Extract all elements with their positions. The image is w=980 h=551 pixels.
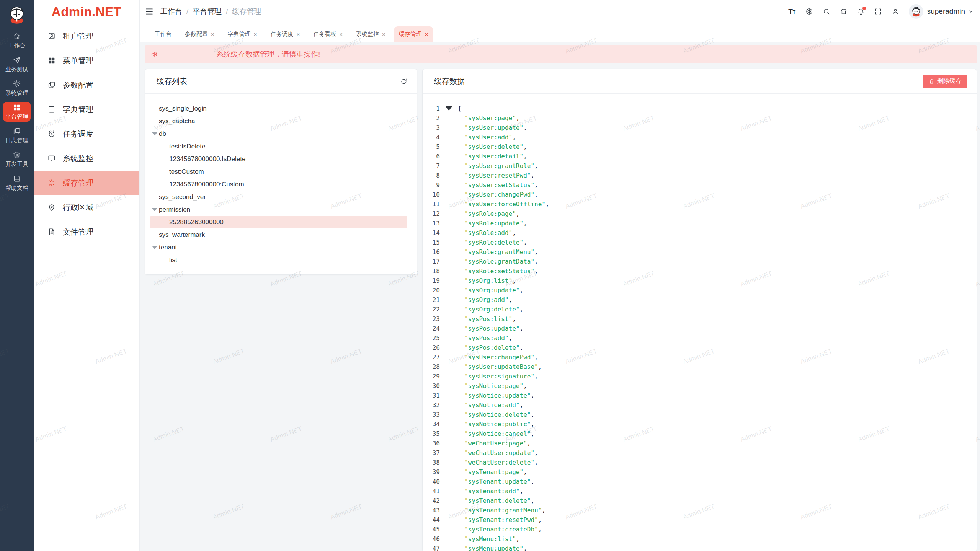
editor-line: 29"sysUser:signature", xyxy=(423,372,977,381)
line-number: 6 xyxy=(423,152,440,161)
sidebar-item-system-mgmt[interactable]: 系统管理 xyxy=(3,78,31,98)
menu-item-menu-mgmt[interactable]: 菜单管理 xyxy=(34,48,139,73)
breadcrumb-item[interactable]: 平台管理 xyxy=(193,7,222,16)
tree-node-sys_captcha[interactable]: sys_captcha xyxy=(150,115,407,127)
tree-node-12345678000000-IsDelete[interactable]: 12345678000000:IsDelete xyxy=(150,153,407,165)
tree-node-test-IsDelete[interactable]: test:IsDelete xyxy=(150,140,407,153)
refresh-icon[interactable] xyxy=(400,78,408,85)
tree-node-12345678000000-Custom[interactable]: 12345678000000:Custom xyxy=(150,178,407,191)
tree-node-label: sys_second_ver xyxy=(159,193,206,201)
sidebar-item-log-mgmt[interactable]: 日志管理 xyxy=(3,126,31,145)
tab-param-config[interactable]: 参数配置× xyxy=(180,26,219,42)
theme-icon[interactable] xyxy=(840,8,848,15)
tree-node-sys_single_login[interactable]: sys_single_login xyxy=(150,102,407,115)
fold-spacer xyxy=(440,161,458,171)
json-comma: , xyxy=(534,248,538,256)
editor-code: "sysUser:delete", xyxy=(458,142,527,152)
menu-item-file-mgmt[interactable]: 文件管理 xyxy=(34,220,139,244)
json-string: "sysPos:delete" xyxy=(464,344,520,351)
line-number: 45 xyxy=(423,525,440,534)
sidebar-item-workbench[interactable]: 工作台 xyxy=(3,31,31,51)
json-comma: , xyxy=(512,315,516,323)
caret-down-icon[interactable] xyxy=(150,243,159,252)
avatar[interactable] xyxy=(909,4,923,19)
fold-spacer xyxy=(440,352,458,362)
menu-item-task-schedule[interactable]: 任务调度 xyxy=(34,122,139,146)
chevron-down-icon[interactable] xyxy=(968,8,974,15)
language-icon[interactable] xyxy=(805,8,813,15)
fold-icon[interactable] xyxy=(440,104,458,113)
json-comma: , xyxy=(534,373,538,380)
tab-task-schedule[interactable]: 任务调度× xyxy=(266,26,305,42)
json-comma: , xyxy=(523,143,527,150)
tab-cache-mgmt[interactable]: 缓存管理× xyxy=(394,26,433,42)
menu-item-system-monitor[interactable]: 系统监控 xyxy=(34,146,139,171)
tree-node-label: tenant xyxy=(159,244,177,251)
tab-dict-mgmt[interactable]: 字典管理× xyxy=(223,26,262,42)
tab-close-icon[interactable]: × xyxy=(382,31,385,37)
fold-spacer xyxy=(440,525,458,534)
tree-node-252885263000000[interactable]: 252885263000000 xyxy=(150,216,407,228)
json-comma: , xyxy=(531,497,534,504)
menu-item-dict-mgmt[interactable]: 字典管理 xyxy=(34,97,139,122)
json-string: "sysUser:page" xyxy=(464,114,516,122)
user-icon[interactable] xyxy=(892,8,899,15)
fold-spacer xyxy=(440,486,458,496)
tab-close-icon[interactable]: × xyxy=(297,31,300,37)
tree-node-list[interactable]: list xyxy=(150,254,407,266)
copy-icon xyxy=(13,127,21,135)
fullscreen-icon[interactable] xyxy=(874,8,882,15)
menu-item-admin-region[interactable]: 行政区域 xyxy=(34,195,139,220)
tab-close-icon[interactable]: × xyxy=(339,31,343,37)
tree-node-permission[interactable]: permission xyxy=(150,203,407,216)
notification-icon[interactable] xyxy=(857,8,865,15)
caret-down-icon[interactable] xyxy=(150,130,159,138)
tab-system-monitor[interactable]: 系统监控× xyxy=(351,26,390,42)
tree-node-db[interactable]: db xyxy=(150,127,407,140)
font-size-icon[interactable]: TT xyxy=(788,8,796,15)
sidebar-item-help-docs[interactable]: 帮助文档 xyxy=(3,173,31,193)
app-logo-text: Admin.NET xyxy=(34,0,139,24)
tree-node-label: list xyxy=(169,256,177,264)
fold-spacer xyxy=(440,534,458,544)
sidebar-item-label: 日志管理 xyxy=(5,137,28,144)
cpu-icon xyxy=(13,151,21,159)
tree-node-sys_second_ver[interactable]: sys_second_ver xyxy=(150,191,407,203)
delete-cache-button[interactable]: 删除缓存 xyxy=(923,75,967,88)
json-string: "sysUser:signature" xyxy=(464,373,534,380)
menu-item-cache-mgmt[interactable]: 缓存管理 xyxy=(34,171,139,195)
tree-node-test-Custom[interactable]: test:Custom xyxy=(150,165,407,178)
tab-task-board[interactable]: 任务看板× xyxy=(308,26,348,42)
editor-line: 14"sysRole:add", xyxy=(423,228,977,238)
json-comma: , xyxy=(523,382,527,390)
fold-spacer xyxy=(440,228,458,238)
json-string: "sysMenu:update" xyxy=(464,545,523,551)
sidebar-item-platform-mgmt[interactable]: 平台管理 xyxy=(3,102,31,122)
panels: 缓存列表 sys_single_loginsys_captchadbtest:I… xyxy=(145,69,977,551)
json-string: "sysMenu:list" xyxy=(464,535,516,543)
tree-node-label: test:IsDelete xyxy=(169,143,206,150)
caret-down-icon[interactable] xyxy=(150,205,159,214)
menu-item-tenant-mgmt[interactable]: 租户管理 xyxy=(34,24,139,48)
search-icon[interactable] xyxy=(823,8,830,15)
menu-fold-icon[interactable] xyxy=(145,7,154,16)
tree-node-sys_wartermark[interactable]: sys_wartermark xyxy=(150,228,407,241)
tree-node-tenant[interactable]: tenant xyxy=(150,241,407,254)
sidebar-item-dev-tools[interactable]: 开发工具 xyxy=(3,149,31,169)
editor-line: 12"sysRole:page", xyxy=(423,209,977,218)
json-comma: , xyxy=(527,440,531,447)
breadcrumb-item[interactable]: 工作台 xyxy=(160,7,182,16)
tab-close-icon[interactable]: × xyxy=(425,31,428,37)
menu-item-label: 行政区域 xyxy=(63,202,93,213)
username[interactable]: superadmin xyxy=(927,7,965,16)
json-string: "sysPos:update" xyxy=(464,325,520,332)
menu-item-param-config[interactable]: 参数配置 xyxy=(34,73,139,97)
tab-close-icon[interactable]: × xyxy=(211,31,214,37)
tab-workbench[interactable]: 工作台 xyxy=(149,26,176,42)
editor-line: 16"sysRole:grantMenu", xyxy=(423,247,977,257)
fold-spacer xyxy=(440,333,458,343)
sidebar-item-business-test[interactable]: 业务测试 xyxy=(3,54,31,74)
editor-line: 21"sysOrg:add", xyxy=(423,295,977,305)
tab-close-icon[interactable]: × xyxy=(254,31,257,37)
fold-spacer xyxy=(440,381,458,391)
